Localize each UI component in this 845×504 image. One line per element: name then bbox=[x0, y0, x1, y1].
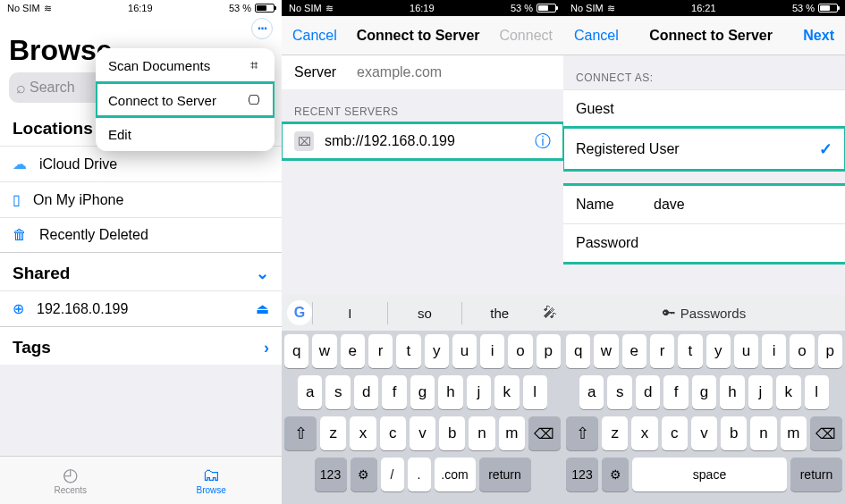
key-h[interactable]: h bbox=[438, 375, 462, 409]
menu-scan-documents[interactable]: Scan Documents bbox=[96, 48, 275, 82]
key-123[interactable]: 123 bbox=[315, 458, 347, 491]
key-return[interactable]: return bbox=[790, 458, 842, 491]
key-dotcom[interactable]: .com bbox=[435, 458, 476, 491]
key-x[interactable]: x bbox=[631, 416, 657, 450]
eject-icon[interactable]: ⏏ bbox=[256, 300, 269, 317]
row-recently-deleted[interactable]: 🗑 Recently Deleted bbox=[0, 217, 282, 252]
key-123[interactable]: 123 bbox=[566, 458, 598, 491]
row-shared-server[interactable]: ⊕ 192.168.0.199 ⏏ bbox=[0, 290, 282, 326]
key-t[interactable]: t bbox=[396, 334, 420, 368]
key-q[interactable]: q bbox=[284, 334, 308, 368]
key-l[interactable]: l bbox=[805, 375, 829, 409]
key-globe[interactable] bbox=[602, 458, 629, 491]
key-r[interactable]: r bbox=[650, 334, 674, 368]
key-v[interactable]: v bbox=[410, 416, 435, 450]
key-h[interactable]: h bbox=[720, 375, 744, 409]
key-p[interactable]: p bbox=[537, 334, 561, 368]
key-w[interactable]: w bbox=[594, 334, 618, 368]
key-l[interactable]: l bbox=[523, 375, 547, 409]
section-shared[interactable]: Shared ⌄ bbox=[0, 252, 282, 290]
key-n[interactable]: n bbox=[750, 416, 776, 450]
key-j[interactable]: j bbox=[467, 375, 491, 409]
password-suggestion-bar[interactable]: 🔑︎ Passwords bbox=[563, 295, 845, 331]
key-d[interactable]: d bbox=[636, 375, 660, 409]
key-t[interactable]: t bbox=[678, 334, 702, 368]
key-y[interactable]: y bbox=[425, 334, 449, 368]
mic-icon[interactable]: 🎤︎ bbox=[537, 305, 563, 321]
more-menu-button[interactable]: ··· bbox=[251, 18, 273, 39]
key-b[interactable]: b bbox=[721, 416, 747, 450]
key-u[interactable]: u bbox=[452, 334, 477, 368]
key-a[interactable]: a bbox=[298, 375, 322, 409]
key-shift[interactable] bbox=[284, 416, 317, 450]
key-a[interactable]: a bbox=[579, 375, 604, 409]
key-s[interactable]: s bbox=[325, 375, 350, 409]
key-q[interactable]: q bbox=[566, 334, 590, 368]
key-x[interactable]: x bbox=[350, 416, 376, 450]
tab-recents[interactable]: ◴ Recents bbox=[0, 457, 141, 504]
key-i[interactable]: i bbox=[480, 334, 504, 368]
key-z[interactable]: z bbox=[320, 416, 346, 450]
key-w[interactable]: w bbox=[312, 334, 336, 368]
key-i[interactable]: i bbox=[762, 334, 786, 368]
menu-connect-to-server[interactable]: Connect to Server bbox=[96, 82, 275, 117]
key-o[interactable]: o bbox=[790, 334, 814, 368]
key-m[interactable]: m bbox=[781, 416, 807, 450]
key-g[interactable]: g bbox=[692, 375, 716, 409]
google-icon[interactable]: G bbox=[287, 300, 312, 325]
key-j[interactable]: j bbox=[748, 375, 773, 409]
server-input[interactable] bbox=[357, 64, 551, 80]
info-icon[interactable]: ⓘ bbox=[535, 130, 551, 152]
key-n[interactable]: n bbox=[469, 416, 494, 450]
section-tags[interactable]: Tags › bbox=[0, 326, 282, 365]
cancel-button[interactable]: Cancel bbox=[292, 28, 337, 44]
next-button[interactable]: Next bbox=[803, 28, 834, 44]
wifi-icon bbox=[607, 3, 615, 14]
key-dot[interactable]: . bbox=[408, 458, 431, 491]
key-f[interactable]: f bbox=[663, 375, 688, 409]
key-space[interactable]: space bbox=[632, 458, 787, 491]
key-globe[interactable] bbox=[351, 458, 377, 491]
key-m[interactable]: m bbox=[499, 416, 525, 450]
key-e[interactable]: e bbox=[341, 334, 365, 368]
key-return[interactable]: return bbox=[479, 458, 531, 491]
key-v[interactable]: v bbox=[691, 416, 717, 450]
key-k[interactable]: k bbox=[494, 375, 519, 409]
key-c[interactable]: c bbox=[380, 416, 406, 450]
key-o[interactable]: o bbox=[508, 334, 532, 368]
suggestion[interactable]: so bbox=[387, 302, 462, 324]
suggestion[interactable]: the bbox=[461, 302, 537, 324]
key-y[interactable]: y bbox=[706, 334, 731, 368]
menu-edit[interactable]: Edit bbox=[96, 117, 275, 151]
key-r[interactable]: r bbox=[368, 334, 393, 368]
key-z[interactable]: z bbox=[602, 416, 628, 450]
key-u[interactable]: u bbox=[734, 334, 758, 368]
tab-label: Recents bbox=[54, 485, 87, 495]
name-input[interactable] bbox=[654, 197, 832, 213]
key-e[interactable]: e bbox=[622, 334, 646, 368]
key-s[interactable]: s bbox=[607, 375, 631, 409]
key-p[interactable]: p bbox=[818, 334, 842, 368]
row-on-my-iphone[interactable]: ▯ On My iPhone bbox=[0, 181, 282, 217]
status-bar: No SIM 16:19 53 % bbox=[282, 0, 563, 16]
key-shift[interactable] bbox=[566, 416, 598, 450]
key-f[interactable]: f bbox=[382, 375, 406, 409]
key-d[interactable]: d bbox=[354, 375, 378, 409]
key-slash[interactable]: / bbox=[381, 458, 404, 491]
suggestion[interactable]: I bbox=[312, 302, 387, 324]
tab-browse[interactable]: 🗂 Browse bbox=[141, 457, 283, 504]
key-k[interactable]: k bbox=[776, 375, 800, 409]
option-guest[interactable]: Guest bbox=[563, 89, 845, 128]
key-backspace[interactable] bbox=[528, 416, 561, 450]
key-b[interactable]: b bbox=[439, 416, 465, 450]
option-registered-user[interactable]: Registered User ✓ bbox=[563, 128, 845, 170]
cancel-button[interactable]: Cancel bbox=[574, 28, 619, 44]
key-g[interactable]: g bbox=[410, 375, 435, 409]
recent-server-row[interactable]: ⌧ smb://192.168.0.199 ⓘ bbox=[282, 123, 563, 159]
option-label: Guest bbox=[576, 101, 614, 117]
key-backspace[interactable] bbox=[810, 416, 842, 450]
connect-button[interactable]: Connect bbox=[499, 28, 553, 44]
password-input[interactable] bbox=[654, 235, 832, 251]
row-icloud-drive[interactable]: ☁︎ iCloud Drive bbox=[0, 146, 282, 181]
key-c[interactable]: c bbox=[662, 416, 688, 450]
